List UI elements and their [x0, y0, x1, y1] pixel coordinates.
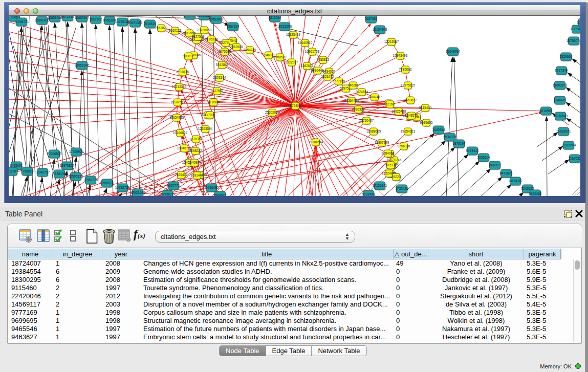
svg-text:2867608: 2867608	[230, 45, 243, 49]
svg-text:8435001: 8435001	[10, 164, 23, 167]
svg-text:62160: 62160	[385, 102, 395, 106]
svg-text:417006: 417006	[208, 100, 219, 104]
svg-text:18724007: 18724007	[288, 104, 303, 107]
svg-text:5938928: 5938928	[444, 135, 456, 139]
svg-text:15716485: 15716485	[204, 186, 219, 189]
svg-text:10120746: 10120746	[387, 158, 402, 162]
svg-text:7357224: 7357224	[227, 25, 239, 28]
svg-text:16154808: 16154808	[373, 28, 387, 31]
svg-text:10958107: 10958107	[100, 181, 115, 185]
svg-text:1156819: 1156819	[21, 169, 34, 173]
svg-text:7546: 7546	[229, 39, 237, 42]
svg-text:3624554: 3624554	[356, 90, 368, 94]
svg-text:1145194: 1145194	[53, 172, 66, 176]
svg-text:9657771: 9657771	[167, 184, 180, 187]
svg-text:6466160: 6466160	[103, 18, 116, 22]
svg-text:16961758: 16961758	[305, 50, 320, 53]
svg-text:6879197: 6879197	[453, 142, 466, 145]
svg-text:10688609: 10688609	[366, 129, 381, 133]
svg-text:11173401: 11173401	[570, 27, 580, 31]
svg-text:12353594: 12353594	[198, 127, 213, 130]
svg-text:15692971: 15692971	[556, 129, 571, 133]
svg-text:10654112: 10654112	[508, 179, 522, 183]
svg-text:6794024: 6794024	[323, 70, 336, 73]
svg-text:8878352: 8878352	[190, 137, 203, 141]
svg-text:989012: 989012	[183, 54, 194, 58]
svg-text:15057183: 15057183	[183, 16, 198, 17]
svg-text:7386322: 7386322	[352, 107, 365, 111]
svg-text:1244415: 1244415	[554, 98, 567, 102]
svg-text:8964523: 8964523	[214, 193, 227, 196]
svg-text:10653809: 10653809	[209, 17, 224, 21]
svg-text:25221: 25221	[391, 175, 401, 179]
svg-text:8972452: 8972452	[529, 192, 542, 195]
svg-text:3911907: 3911907	[9, 169, 18, 173]
svg-text:10653267: 10653267	[75, 16, 90, 19]
svg-text:12213967: 12213967	[384, 40, 399, 43]
svg-text:14055721: 14055721	[14, 20, 29, 24]
svg-text:9327509: 9327509	[192, 35, 205, 38]
svg-text:19654923: 19654923	[401, 129, 416, 133]
svg-text:1588520: 1588520	[274, 55, 287, 59]
svg-text:9427552: 9427552	[211, 89, 224, 93]
svg-text:11548408: 11548408	[577, 20, 580, 24]
svg-text:9115460: 9115460	[419, 106, 432, 110]
svg-text:25302033: 25302033	[265, 111, 280, 114]
svg-text:10671355: 10671355	[128, 21, 143, 25]
svg-text:20053346: 20053346	[75, 63, 90, 67]
svg-text:9756928: 9756928	[398, 144, 410, 148]
svg-text:7632621: 7632621	[489, 163, 502, 167]
svg-text:20364436: 20364436	[344, 99, 359, 102]
svg-text:1362615: 1362615	[301, 64, 314, 68]
svg-text:23975857: 23975857	[60, 164, 75, 167]
svg-text:8215955: 8215955	[540, 109, 553, 113]
svg-text:9474444: 9474444	[466, 149, 479, 152]
svg-text:8813054: 8813054	[269, 16, 281, 19]
svg-text:1167533: 1167533	[569, 157, 580, 160]
svg-text:17359924: 17359924	[69, 150, 84, 154]
svg-text:1621072: 1621072	[321, 75, 334, 78]
svg-text:7485063: 7485063	[399, 68, 412, 71]
svg-text:2935114: 2935114	[477, 156, 490, 159]
svg-text:19654985: 19654985	[169, 116, 184, 119]
svg-text:15858456: 15858456	[48, 16, 62, 19]
svg-text:17016504: 17016504	[561, 143, 576, 147]
svg-text:19166827: 19166827	[173, 131, 188, 135]
svg-text:9329966: 9329966	[560, 55, 573, 58]
svg-text:8454749: 8454749	[244, 48, 256, 52]
svg-text:12923448: 12923448	[130, 191, 145, 194]
svg-text:3675685: 3675685	[219, 50, 231, 53]
svg-text:15751074: 15751074	[567, 39, 580, 42]
svg-text:12093873: 12093873	[553, 83, 568, 87]
svg-text:7955812: 7955812	[317, 58, 330, 61]
svg-text:23226058: 23226058	[197, 28, 212, 32]
svg-text:19384554: 19384554	[309, 140, 323, 144]
svg-text:8912954: 8912954	[183, 31, 196, 35]
svg-text:12975115: 12975115	[401, 83, 415, 87]
svg-text:8186328: 8186328	[205, 37, 218, 41]
svg-text:9084067: 9084067	[382, 151, 395, 155]
svg-text:9871254: 9871254	[61, 16, 74, 18]
svg-text:1733426: 1733426	[396, 187, 408, 190]
svg-text:12942757: 12942757	[35, 170, 50, 174]
svg-text:9031490: 9031490	[362, 192, 375, 196]
svg-text:14136141: 14136141	[373, 184, 387, 187]
svg-text:15640910: 15640910	[298, 41, 313, 45]
svg-text:1549575: 1549575	[405, 114, 418, 117]
svg-text:11325419: 11325419	[286, 33, 300, 36]
svg-text:12213363: 12213363	[172, 85, 187, 89]
svg-text:746266: 746266	[347, 83, 359, 87]
svg-text:12505135: 12505135	[69, 174, 83, 178]
svg-text:16210643: 16210643	[553, 114, 568, 118]
svg-text:417006: 417006	[204, 113, 215, 117]
svg-text:7515526: 7515526	[144, 22, 157, 26]
svg-text:1615132: 1615132	[384, 163, 397, 167]
svg-text:16107553: 16107553	[170, 100, 185, 104]
svg-text:2687682: 2687682	[365, 17, 378, 20]
svg-text:1540994: 1540994	[188, 161, 201, 164]
svg-text:10025488: 10025488	[391, 110, 406, 113]
svg-text:7625402: 7625402	[175, 173, 188, 177]
svg-text:9227349: 9227349	[555, 69, 568, 72]
svg-text:15720407: 15720407	[359, 119, 374, 122]
svg-text:2803144: 2803144	[213, 76, 226, 79]
